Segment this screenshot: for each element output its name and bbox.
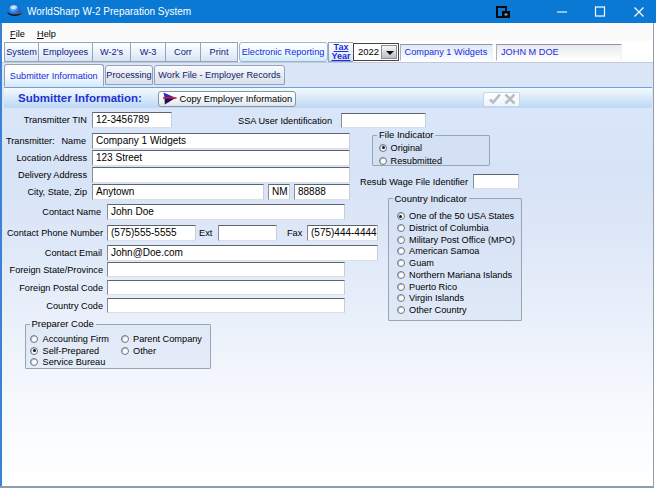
input-fax[interactable]: (575)444-4444 <box>307 225 378 241</box>
confirm-cancel-group <box>483 92 520 108</box>
label-ssa_user_id: SSA User Identification <box>220 113 332 129</box>
radio-one-of-the-50-usa-states[interactable] <box>397 212 405 220</box>
nav-w-2-s[interactable]: W-2's <box>93 43 131 61</box>
tab-submitter-information[interactable]: Submitter Information <box>4 64 105 86</box>
value-city_state_zip-city: Anytown <box>93 185 263 199</box>
label-foreign_postal: Foreign Postal Code <box>0 280 103 296</box>
check-icon[interactable] <box>488 93 502 105</box>
input-city_state_zip-state[interactable]: NM <box>268 184 290 200</box>
input-contact_email[interactable]: John@Doe.com <box>107 245 378 261</box>
value-city_state_zip-state: NM <box>269 185 289 199</box>
menu-file[interactable]: File <box>5 26 30 42</box>
copy-button-label: Copy Employer Information <box>180 94 293 104</box>
tab-work-file-employer-records[interactable]: Work File - Employer Records <box>154 65 285 85</box>
nav-system[interactable]: System <box>5 43 39 61</box>
radio-parent-company[interactable] <box>121 335 129 343</box>
label-country_code: Country Code <box>0 298 103 314</box>
value-fax: (575)444-4444 <box>308 226 377 240</box>
label-transmitter-name: Name <box>0 133 86 149</box>
radio-district-of-columbia[interactable] <box>397 224 405 232</box>
window-border-left <box>0 23 2 487</box>
input-ssa_user_id[interactable] <box>341 113 426 128</box>
input-ext[interactable] <box>218 225 277 241</box>
input-city_state_zip-zip[interactable]: 88888 <box>294 184 350 200</box>
radio-american-samoa[interactable] <box>397 247 405 255</box>
input-location_address[interactable]: 123 Street <box>92 150 350 166</box>
value-contact_email: John@Doe.com <box>108 246 377 260</box>
window-border-bottom <box>0 486 654 488</box>
section-header: Submitter Information: Copy Employer Inf… <box>4 87 652 108</box>
company-indicator: Company 1 Widgets <box>400 44 493 61</box>
nav-electronic-reporting[interactable]: Electronic Reporting <box>239 42 328 62</box>
radio-label-resubmitted: Resubmitted <box>391 153 443 169</box>
radio-label-service-bureau: Service Bureau <box>43 354 106 370</box>
radio-virgin-islands[interactable] <box>397 294 405 302</box>
file-indicator-title: File Indicator <box>377 130 435 140</box>
input-country_code[interactable] <box>107 298 345 313</box>
label-contact_phone: Contact Phone Number <box>0 225 103 241</box>
radio-other[interactable] <box>121 347 129 355</box>
nav-print[interactable]: Print <box>201 43 237 61</box>
tax-year-dropdown-button[interactable] <box>381 45 397 59</box>
maximize-button[interactable] <box>585 0 615 23</box>
radio-puerto-rico[interactable] <box>397 283 405 291</box>
label-transmitter_tin: Transmitter TIN <box>0 112 87 128</box>
tab-processing[interactable]: Processing <box>105 65 153 85</box>
radio-label-other-country: Other Country <box>409 302 467 318</box>
radio-guam[interactable] <box>397 259 405 267</box>
label-contact_email: Contact Email <box>0 245 102 261</box>
label-fax: Fax <box>287 225 304 241</box>
input-foreign_postal[interactable] <box>107 280 345 295</box>
arrow-dart-icon <box>163 92 177 105</box>
input-contact_phone[interactable]: (575)555-5555 <box>107 225 196 241</box>
input-delivery_address[interactable] <box>92 167 350 183</box>
value-contact_name: John Doe <box>108 205 344 219</box>
chevron-down-icon <box>386 51 394 55</box>
taskbar-app-icon <box>496 6 511 20</box>
window-border-right <box>653 23 655 487</box>
x-icon[interactable] <box>504 93 516 105</box>
input-resub-wage-file-identifier[interactable] <box>473 174 519 189</box>
application-window: WorldSharp W-2 Preparation System File H… <box>0 0 656 494</box>
app-logo-icon <box>7 3 23 19</box>
tax-year-label: Tax Year <box>328 42 353 62</box>
label-resub-wage-file-identifier: Resub Wage File Identifier <box>355 174 468 190</box>
value-transmitter_tin: 12-3456789 <box>93 113 171 127</box>
input-transmitter_tin[interactable]: 12-3456789 <box>92 112 172 128</box>
tab-page-submitter-information: Submitter InformationProcessingWork File… <box>0 63 653 486</box>
label-city_state_zip: City, State, Zip <box>0 184 87 200</box>
menu-bar: File Help <box>2 23 653 41</box>
copy-employer-information-button[interactable]: Copy Employer Information <box>158 91 296 108</box>
employee-indicator: JOHN M DOE <box>496 44 622 61</box>
input-contact_name[interactable]: John Doe <box>107 204 345 220</box>
nav-button-strip: SystemEmployeesW-2'sW-3CorrPrint <box>4 42 238 62</box>
label-foreign_state: Foreign State/Province <box>0 262 103 278</box>
menu-help[interactable]: Help <box>32 26 61 42</box>
preparer-code-title: Preparer Code <box>30 319 96 329</box>
radio-resubmitted[interactable] <box>379 157 387 165</box>
radio-self-prepared[interactable] <box>30 347 38 355</box>
toolbar: SystemEmployeesW-2'sW-3CorrPrint Electro… <box>2 41 653 63</box>
radio-original[interactable] <box>379 144 387 152</box>
label-ext: Ext <box>199 225 215 241</box>
section-title: Submitter Information: <box>18 88 142 108</box>
country-indicator-title: Country Indicator <box>393 194 469 204</box>
nav-corr[interactable]: Corr <box>166 43 201 61</box>
tax-year-select[interactable]: 2022 <box>353 43 399 61</box>
radio-other-country[interactable] <box>397 306 405 314</box>
nav-employees[interactable]: Employees <box>39 43 93 61</box>
window-title: WorldSharp W-2 Preparation System <box>27 0 191 23</box>
input-foreign_state[interactable] <box>107 262 345 277</box>
value-transmitter_name: Company 1 Widgets <box>93 134 349 148</box>
radio-military-post-office-mpo-[interactable] <box>397 236 405 244</box>
minimize-button[interactable] <box>547 0 577 23</box>
close-button[interactable] <box>624 0 654 23</box>
label-contact_name: Contact Name <box>0 204 101 220</box>
nav-w-3[interactable]: W-3 <box>131 43 166 61</box>
value-city_state_zip-zip: 88888 <box>295 185 349 199</box>
tax-year-line2: Year <box>331 52 350 61</box>
input-transmitter_name[interactable]: Company 1 Widgets <box>92 133 350 149</box>
input-city_state_zip-city[interactable]: Anytown <box>92 184 264 200</box>
radio-northern-mariana-islands[interactable] <box>397 271 405 279</box>
value-location_address: 123 Street <box>93 151 349 165</box>
